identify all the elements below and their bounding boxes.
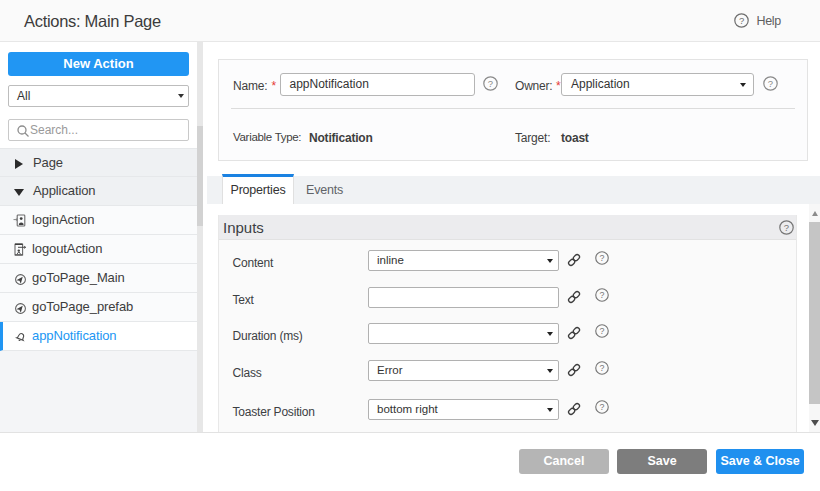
svg-text:?: ? (600, 326, 605, 336)
svg-text:?: ? (488, 78, 493, 89)
svg-text:?: ? (600, 363, 605, 373)
svg-text:?: ? (600, 290, 605, 300)
svg-text:?: ? (784, 222, 789, 233)
svg-text:?: ? (739, 15, 744, 26)
svg-text:?: ? (768, 78, 773, 89)
svg-text:?: ? (600, 402, 605, 412)
svg-text:?: ? (600, 253, 605, 263)
